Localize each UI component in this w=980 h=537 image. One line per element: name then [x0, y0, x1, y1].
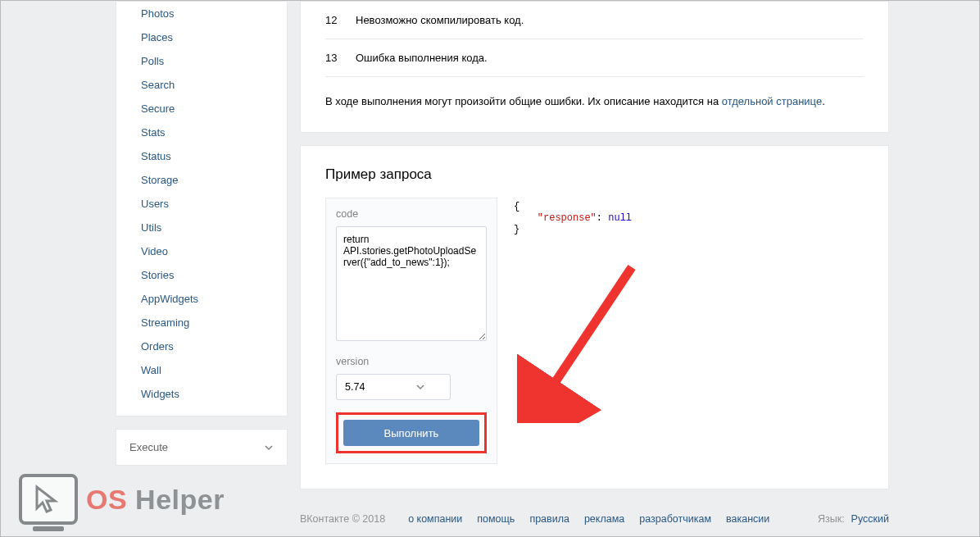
- footer-lang-label: Язык:: [818, 513, 845, 525]
- error-code: 13: [325, 52, 356, 64]
- code-label: code: [336, 208, 487, 220]
- sidebar-list: Photos Places Polls Search Secure Stats …: [116, 1, 288, 416]
- code-input[interactable]: [336, 226, 487, 341]
- footer-link-jobs[interactable]: вакансии: [726, 513, 769, 525]
- footer-link-ads[interactable]: реклама: [584, 513, 624, 525]
- sidebar-item-streaming[interactable]: Streaming: [116, 311, 287, 334]
- errors-note: В ходе выполнения могут произойти общие …: [325, 77, 864, 107]
- brace: }: [514, 224, 519, 235]
- version-label: version: [336, 356, 487, 367]
- response-output: { "response": null }: [507, 198, 864, 464]
- sidebar-item-video[interactable]: Video: [116, 239, 287, 263]
- sidebar-item-stats[interactable]: Stats: [116, 121, 287, 144]
- example-title: Пример запроса: [325, 166, 864, 183]
- note-link[interactable]: отдельной странице: [722, 95, 822, 107]
- example-panel: Пример запроса code version 5.74 Выполни…: [300, 145, 889, 489]
- sidebar-item-search[interactable]: Search: [116, 73, 287, 97]
- footer-link-rules[interactable]: правила: [529, 513, 569, 525]
- sidebar-item-stories[interactable]: Stories: [116, 263, 287, 287]
- error-row: 13 Ошибка выполнения кода.: [325, 39, 864, 77]
- note-prefix: В ходе выполнения могут произойти общие …: [325, 95, 722, 107]
- version-value: 5.74: [345, 381, 365, 393]
- sidebar-item-places[interactable]: Places: [116, 25, 287, 49]
- footer: ВКонтакте © 2018 о компании помощь прави…: [300, 502, 889, 537]
- error-code: 12: [325, 14, 356, 26]
- chevron-down-icon: [415, 382, 425, 392]
- footer-link-about[interactable]: о компании: [408, 513, 462, 525]
- error-message: Невозможно скомпилировать код.: [356, 14, 524, 26]
- footer-copy: ВКонтакте © 2018: [300, 513, 393, 525]
- note-suffix: .: [822, 95, 825, 107]
- sidebar-item-appwidgets[interactable]: AppWidgets: [116, 287, 287, 311]
- version-select[interactable]: 5.74: [336, 374, 451, 400]
- sidebar-execute-label: Execute: [129, 441, 168, 453]
- sidebar-item-wall[interactable]: Wall: [116, 358, 287, 382]
- sidebar-item-status[interactable]: Status: [116, 144, 287, 168]
- json-key: "response": [538, 212, 597, 224]
- sidebar-item-photos[interactable]: Photos: [116, 2, 287, 25]
- sidebar-item-users[interactable]: Users: [116, 192, 287, 216]
- sidebar-item-widgets[interactable]: Widgets: [116, 382, 287, 406]
- execute-button[interactable]: Выполнить: [343, 420, 479, 446]
- json-null: null: [608, 212, 632, 224]
- annotation-highlight: Выполнить: [336, 412, 487, 453]
- sidebar-item-secure[interactable]: Secure: [116, 97, 287, 121]
- sidebar-item-storage[interactable]: Storage: [116, 168, 287, 192]
- sidebar-execute-collapse[interactable]: Execute: [116, 429, 288, 466]
- error-message: Ошибка выполнения кода.: [356, 52, 488, 64]
- error-row: 12 Невозможно скомпилировать код.: [325, 2, 864, 39]
- example-form: code version 5.74 Выполнить: [325, 198, 497, 464]
- chevron-down-icon: [264, 443, 274, 453]
- sidebar-item-utils[interactable]: Utils: [116, 216, 287, 239]
- errors-panel: 12 Невозможно скомпилировать код. 13 Оши…: [300, 1, 889, 133]
- footer-link-devs[interactable]: разработчикам: [639, 513, 711, 525]
- json-colon: :: [597, 212, 608, 224]
- sidebar-item-orders[interactable]: Orders: [116, 334, 287, 358]
- footer-lang-value[interactable]: Русский: [851, 513, 889, 525]
- sidebar-item-polls[interactable]: Polls: [116, 49, 287, 73]
- brace: {: [514, 201, 519, 212]
- footer-link-help[interactable]: помощь: [477, 513, 515, 525]
